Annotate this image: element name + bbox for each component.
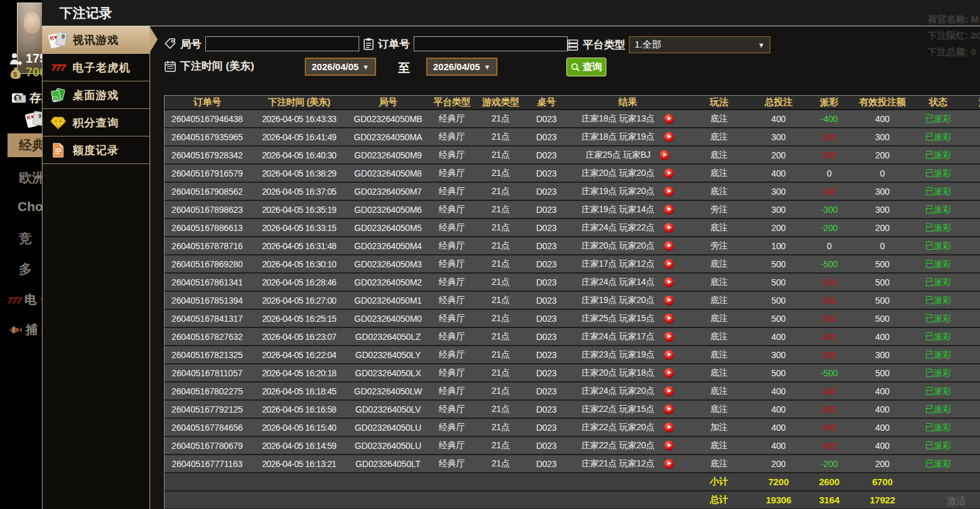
cell-valid: 500 — [852, 277, 913, 287]
replay-button[interactable] — [664, 205, 674, 215]
cell-status: 已派彩 — [913, 186, 963, 197]
search-button-label: 查询 — [583, 61, 603, 74]
cell-round: 局号 — [349, 96, 427, 108]
replay-button[interactable] — [664, 423, 674, 433]
replay-button[interactable] — [664, 314, 674, 324]
quota-doc-icon — [49, 141, 67, 159]
cell-valid: 400 — [852, 386, 913, 396]
cell-order: 260405167851394 — [165, 296, 250, 306]
table-row: 2604051679464382026-04-05 16:43:33GD0232… — [165, 110, 980, 128]
cell-time: 2026-04-05 16:20:18 — [250, 368, 349, 378]
cell-time: 下注时间 (美东) — [250, 96, 349, 108]
result-text: 庄家24点 玩家17点 — [581, 331, 655, 342]
replay-button[interactable] — [660, 150, 670, 160]
replay-button[interactable] — [664, 187, 674, 197]
search-button[interactable]: 查询 — [566, 58, 606, 76]
cell-play_type: 底注 — [688, 186, 750, 197]
cell-platform: 经典厅 — [427, 277, 476, 288]
table-cards-icon: $ — [49, 86, 67, 104]
cell-bet: 300 — [750, 187, 807, 197]
result-text: 庄家20点 玩家20点 — [581, 240, 655, 252]
table-total-row: 总计19306316417922 — [165, 491, 980, 509]
cell-status: 已派彩 — [913, 295, 963, 306]
sidebar-item-video-games[interactable]: K♥9 视讯游戏 — [43, 26, 150, 54]
replay-button[interactable] — [664, 241, 674, 251]
cell-bet: 500 — [750, 259, 807, 269]
replay-button[interactable] — [664, 404, 674, 414]
result-text: 庄家18点 玩家13点 — [581, 113, 655, 125]
cell-platform: 经典厅 — [427, 313, 476, 324]
cell-play_type: 底注 — [688, 331, 750, 342]
cell-play_type: 底注 — [688, 277, 750, 288]
replay-button[interactable] — [664, 168, 674, 178]
cell-game_type: 21点 — [476, 259, 525, 270]
cell-round: GD023264050M6 — [349, 205, 427, 215]
cell-time: 2026-04-05 16:16:58 — [250, 404, 349, 414]
cell-platform: 经典厅 — [427, 131, 476, 143]
cell-status: 已派彩 — [913, 204, 963, 215]
sidebar-item-points[interactable]: 积分查询 — [43, 109, 150, 136]
replay-button[interactable] — [664, 459, 674, 469]
cell-game_type: 21点 — [476, 150, 525, 161]
cell-bet: 400 — [750, 168, 807, 178]
cell-order: 260405167916579 — [165, 168, 250, 178]
cell-valid: 200 — [852, 150, 913, 160]
cell-table_no: D023 — [525, 314, 568, 324]
cell-time: 2026-04-05 16:37:05 — [250, 187, 349, 197]
replay-button[interactable] — [664, 350, 674, 360]
cell-play_type: 底注 — [688, 313, 750, 324]
replay-button[interactable] — [664, 132, 674, 142]
replay-button[interactable] — [664, 332, 674, 342]
result-text: 庄家20点 玩家20点 — [581, 168, 655, 179]
cell-round: GD023264050M8 — [349, 168, 427, 178]
result-text: 庄家22点 玩家20点 — [581, 440, 655, 451]
replay-button[interactable] — [664, 277, 674, 287]
cell-status: 已派彩 — [913, 440, 963, 451]
cell-status: 已派彩 — [913, 404, 963, 415]
round-input[interactable] — [205, 36, 359, 51]
replay-button[interactable] — [664, 296, 674, 306]
cell-time: 2026-04-05 16:28:46 — [250, 277, 349, 287]
date-from-picker[interactable]: 2026/04/05 ▼ — [305, 58, 376, 76]
sidebar-item-quota-records[interactable]: 额度记录 — [43, 136, 150, 164]
cell-table_no: D023 — [525, 350, 568, 360]
cell-result: 庄家23点 玩家19点 — [568, 349, 688, 361]
cell-payout: 400 — [807, 386, 852, 396]
table-row: 2604051678413172026-04-05 16:25:15GD0232… — [165, 310, 980, 328]
platform-select-value: 1.全部 — [635, 39, 661, 51]
date-to-value: 2026/04/05 — [433, 61, 480, 72]
platform-select[interactable]: 1.全部 ▼ — [629, 36, 770, 53]
replay-button[interactable] — [664, 368, 674, 378]
replay-button[interactable] — [664, 223, 674, 233]
replay-button[interactable] — [664, 114, 674, 124]
cell-table_no: D023 — [525, 368, 568, 378]
cell-payout: -500 — [807, 368, 852, 378]
diamond-icon — [49, 114, 67, 131]
cell-status: 已派彩 — [913, 222, 963, 234]
chevron-down-icon: ▼ — [484, 63, 491, 71]
sidebar-item-table-games[interactable]: $ 桌面游戏 — [43, 81, 150, 109]
cell-game_type: 21点 — [476, 168, 525, 179]
cell-valid: 500 — [852, 368, 913, 378]
table-header-row: 订单号下注时间 (美东)局号平台类型游戏类型桌号结果玩法总投注派彩有效投注额状态… — [165, 96, 980, 110]
cell-table_no: D023 — [525, 277, 568, 287]
tag-icon — [164, 38, 176, 50]
cell-platform: 经典厅 — [427, 440, 476, 451]
cell-valid: 0 — [852, 241, 913, 251]
cell-order: 260405167784656 — [165, 423, 250, 433]
bet-time-group: 下注时间 (美东) — [164, 59, 254, 73]
replay-button[interactable] — [664, 259, 674, 269]
cell-round: GD023264050LX — [349, 368, 427, 378]
sidebar-item-slots[interactable]: 777 电子老虎机 — [43, 54, 150, 81]
cell-result: 庄家22点 玩家20点 — [568, 440, 688, 451]
replay-button[interactable] — [664, 441, 674, 451]
cell-platform: 经典厅 — [427, 113, 476, 125]
cell-payout: -500 — [807, 259, 852, 269]
cell-table_no: D023 — [525, 150, 568, 160]
date-to-picker[interactable]: 2026/04/05 ▼ — [426, 58, 498, 76]
cell-result: 庄家24点 玩家17点 — [568, 331, 688, 342]
cell-round: GD023264050LT — [349, 459, 427, 469]
replay-button[interactable] — [664, 386, 674, 396]
cell-payout: 400 — [807, 423, 852, 433]
order-input[interactable] — [414, 36, 568, 51]
